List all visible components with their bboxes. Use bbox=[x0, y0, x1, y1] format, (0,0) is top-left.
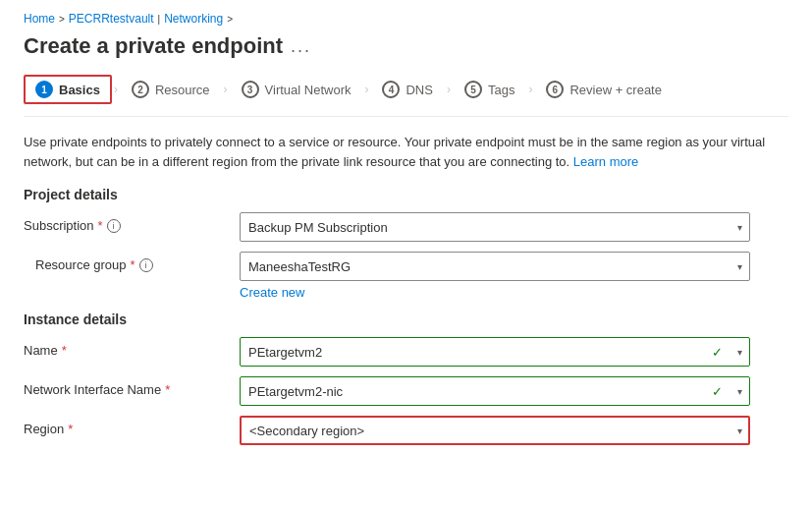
wizard-step-basics[interactable]: 1 Basics bbox=[24, 75, 112, 104]
name-row: Name * PEtargetvm2 ✓ ▾ bbox=[24, 337, 788, 367]
step-sep-4: › bbox=[447, 83, 451, 96]
region-select-wrapper: <Secondary region> ▾ bbox=[240, 416, 750, 445]
breadcrumb-sep1: > bbox=[59, 14, 65, 25]
name-label: Name bbox=[24, 343, 58, 358]
title-more-options[interactable]: ... bbox=[291, 36, 311, 57]
wizard-step-vnet[interactable]: 3 Virtual Network bbox=[230, 75, 363, 104]
step-circle-basics: 1 bbox=[35, 81, 53, 98]
breadcrumb-sep2: | bbox=[158, 14, 161, 25]
project-details-section: Project details Subscription * i Backup … bbox=[24, 187, 788, 300]
resource-group-info-icon[interactable]: i bbox=[139, 258, 153, 272]
region-control: <Secondary region> ▾ bbox=[240, 416, 788, 445]
page-title-row: Create a private endpoint ... bbox=[24, 33, 788, 59]
step-sep-1: › bbox=[114, 83, 118, 96]
subscription-row: Subscription * i Backup PM Subscription … bbox=[24, 212, 788, 242]
step-label-resource: Resource bbox=[155, 83, 210, 97]
step-label-dns: DNS bbox=[406, 83, 432, 97]
resource-group-select-wrapper: ManeeshaTestRG ▾ bbox=[240, 252, 750, 281]
name-required: * bbox=[62, 343, 67, 358]
step-circle-review: 6 bbox=[546, 81, 564, 98]
resource-group-label: Resource group bbox=[35, 257, 127, 272]
instance-details-section: Instance details Name * PEtargetvm2 ✓ ▾ … bbox=[24, 312, 788, 445]
learn-more-link[interactable]: Learn more bbox=[573, 154, 638, 169]
resource-group-required: * bbox=[131, 257, 135, 272]
subscription-select[interactable]: Backup PM Subscription bbox=[240, 212, 750, 242]
nic-row: Network Interface Name * PEtargetvm2-nic… bbox=[24, 376, 788, 406]
nic-select[interactable]: PEtargetvm2-nic bbox=[240, 376, 750, 406]
step-sep-5: › bbox=[528, 83, 532, 96]
step-circle-vnet: 3 bbox=[242, 81, 259, 98]
step-sep-2: › bbox=[224, 83, 228, 96]
name-select-wrapper: PEtargetvm2 ✓ ▾ bbox=[240, 337, 750, 367]
step-label-review: Review + create bbox=[569, 83, 662, 97]
create-new-link[interactable]: Create new bbox=[240, 285, 304, 300]
wizard-step-tags[interactable]: 5 Tags bbox=[453, 75, 526, 104]
step-circle-resource: 2 bbox=[132, 81, 149, 98]
subscription-select-wrapper: Backup PM Subscription ▾ bbox=[240, 212, 750, 242]
nic-control: PEtargetvm2-nic ✓ ▾ bbox=[240, 376, 788, 406]
subscription-required: * bbox=[98, 218, 103, 233]
step-label-tags: Tags bbox=[488, 83, 514, 97]
resource-group-select[interactable]: ManeeshaTestRG bbox=[240, 252, 750, 281]
breadcrumb-vault[interactable]: PECRRtestvault bbox=[69, 12, 154, 26]
step-circle-tags: 5 bbox=[464, 81, 482, 98]
wizard-steps: 1 Basics › 2 Resource › 3 Virtual Networ… bbox=[24, 75, 788, 117]
breadcrumb-section[interactable]: Networking bbox=[164, 12, 223, 26]
page-title: Create a private endpoint bbox=[24, 33, 283, 59]
name-control: PEtargetvm2 ✓ ▾ bbox=[240, 337, 788, 367]
wizard-step-resource[interactable]: 2 Resource bbox=[120, 75, 222, 104]
breadcrumb: Home > PECRRtestvault | Networking > bbox=[24, 12, 788, 26]
nic-required: * bbox=[165, 382, 170, 397]
breadcrumb-home[interactable]: Home bbox=[24, 12, 55, 26]
subscription-control: Backup PM Subscription ▾ bbox=[240, 212, 788, 242]
breadcrumb-sep3: > bbox=[227, 14, 233, 25]
name-select[interactable]: PEtargetvm2 bbox=[240, 337, 750, 367]
step-sep-3: › bbox=[364, 83, 368, 96]
project-details-header: Project details bbox=[24, 187, 788, 202]
region-required: * bbox=[68, 422, 73, 436]
step-label-basics: Basics bbox=[59, 83, 100, 97]
region-label: Region bbox=[24, 422, 64, 436]
subscription-info-icon[interactable]: i bbox=[107, 219, 121, 233]
wizard-step-dns[interactable]: 4 DNS bbox=[370, 75, 444, 104]
resource-group-control: ManeeshaTestRG ▾ Create new bbox=[240, 252, 788, 300]
instance-details-header: Instance details bbox=[24, 312, 788, 327]
wizard-step-review[interactable]: 6 Review + create bbox=[534, 75, 674, 104]
step-circle-dns: 4 bbox=[382, 81, 400, 98]
subscription-label: Subscription bbox=[24, 218, 94, 233]
region-select[interactable]: <Secondary region> bbox=[240, 416, 750, 445]
nic-label: Network Interface Name bbox=[24, 382, 161, 397]
info-text: Use private endpoints to privately conne… bbox=[24, 133, 770, 171]
region-row: Region * <Secondary region> ▾ bbox=[24, 416, 788, 445]
step-label-vnet: Virtual Network bbox=[265, 83, 352, 97]
nic-select-wrapper: PEtargetvm2-nic ✓ ▾ bbox=[240, 376, 750, 406]
